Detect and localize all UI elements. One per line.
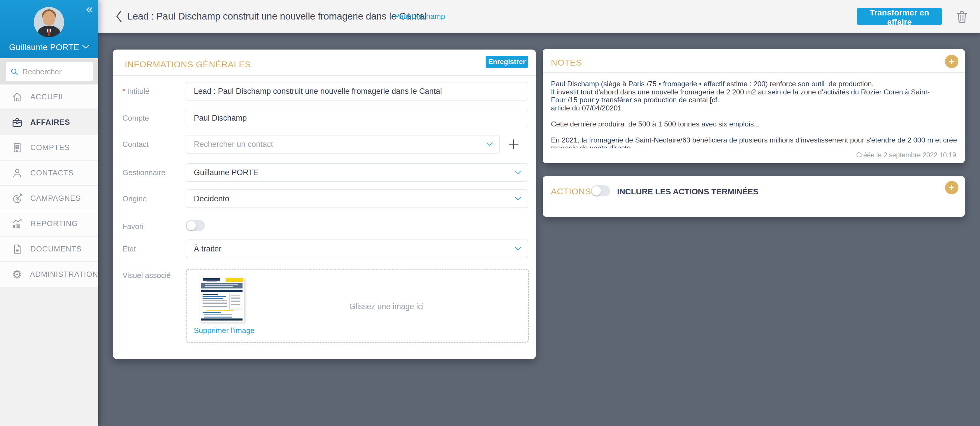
- image-dropzone[interactable]: Supprimer l'image Glissez une image ici: [186, 269, 529, 343]
- notes-card: NOTES + Paul Dischamp (siège à Paris /75…: [543, 49, 965, 163]
- toggle-knob: [186, 221, 196, 230]
- intitule-field: [186, 82, 528, 100]
- user-name: Guillaume PORTE: [9, 43, 79, 52]
- sidebar: « Guillaume PORTE ACCUEIL: [0, 0, 98, 426]
- user-menu[interactable]: Guillaume PORTE: [0, 43, 98, 52]
- favori-toggle[interactable]: [186, 220, 205, 231]
- sidebar-item-label: DOCUMENTS: [30, 245, 82, 253]
- notes-body: Paul Dischamp (siège à Paris /75 • froma…: [551, 80, 957, 148]
- field-label-origine: Origine: [123, 194, 147, 203]
- chevron-down-icon: [515, 170, 521, 175]
- collapse-sidebar-icon[interactable]: «: [85, 2, 94, 16]
- add-note-button[interactable]: +: [945, 55, 958, 68]
- chevron-down-icon: [82, 45, 89, 49]
- compte-input[interactable]: [186, 109, 528, 127]
- intitule-input[interactable]: [186, 83, 528, 100]
- sidebar-item-label: ADMINISTRATION: [30, 270, 98, 279]
- visual-thumbnail: [200, 277, 244, 322]
- origine-value: Decidento: [186, 194, 515, 203]
- chevron-down-icon: [515, 247, 521, 251]
- search-input[interactable]: [22, 67, 93, 76]
- gestionnaire-value: Guillaume PORTE: [186, 168, 515, 177]
- search-icon: [10, 68, 18, 76]
- contact-select[interactable]: Rechercher un contact: [186, 135, 500, 154]
- sidebar-item-label: ACCUEIL: [30, 92, 65, 102]
- sidebar-item-administration[interactable]: ⚙ ADMINISTRATION: [0, 262, 98, 287]
- sidebar-header: « Guillaume PORTE: [0, 0, 98, 58]
- dropzone-hint: Glissez une image ici: [245, 302, 528, 311]
- divider: [543, 206, 965, 206]
- person-icon: [12, 167, 23, 179]
- chevron-down-icon: [487, 142, 493, 146]
- notes-title: NOTES: [551, 58, 582, 68]
- include-finished-actions-label: INCLURE LES ACTIONS TERMINÉES: [617, 187, 759, 196]
- field-label-contact: Contact: [123, 140, 149, 149]
- transform-button[interactable]: Transformer en affaire: [857, 8, 942, 25]
- sidebar-item-label: CAMPAGNES: [30, 194, 81, 203]
- sidebar-item-accueil[interactable]: ACCUEIL: [0, 84, 98, 110]
- sidebar-menu: ACCUEIL AFFAIRES COMPTES CONTACTS CAMPAG…: [0, 84, 98, 287]
- divider: [113, 75, 536, 76]
- created-timestamp: Créée le 2 septembre 2022 10:19: [856, 151, 956, 159]
- sidebar-item-label: AFFAIRES: [30, 118, 70, 127]
- gear-icon: ⚙: [11, 269, 23, 280]
- actions-title: ACTIONS: [551, 186, 591, 196]
- required-marker: *: [123, 87, 125, 95]
- back-icon[interactable]: [113, 10, 125, 23]
- field-label-intitule: *Intitulé: [123, 87, 150, 96]
- compte-field: [186, 109, 528, 127]
- sidebar-item-documents[interactable]: DOCUMENTS: [0, 237, 98, 262]
- field-label-gestionnaire: Gestionnaire: [123, 168, 165, 177]
- target-icon: [12, 193, 23, 204]
- sidebar-item-campagnes[interactable]: CAMPAGNES: [0, 186, 98, 211]
- sidebar-item-label: REPORTING: [30, 219, 78, 228]
- field-label-visuel: Visuel associé: [123, 271, 171, 280]
- origine-select[interactable]: Decidento: [186, 189, 528, 208]
- account-link[interactable]: Paul Dischamp: [394, 0, 445, 33]
- avatar-tie: [48, 29, 50, 36]
- sidebar-item-reporting[interactable]: REPORTING: [0, 211, 98, 237]
- field-label-etat: État: [123, 245, 136, 253]
- toggle-knob: [592, 186, 601, 196]
- crm-app: « Guillaume PORTE ACCUEIL: [0, 0, 980, 426]
- contact-placeholder: Rechercher un contact: [186, 140, 487, 149]
- briefcase-icon: [12, 117, 23, 128]
- informations-generales-card: INFORMATIONS GÉNÉRALES Enregistrer *Inti…: [113, 49, 536, 359]
- sidebar-item-label: CONTACTS: [30, 168, 74, 178]
- card-title: INFORMATIONS GÉNÉRALES: [125, 59, 251, 69]
- include-finished-actions-toggle[interactable]: [591, 185, 610, 196]
- home-icon: [12, 92, 23, 103]
- field-label-favori: Favori: [123, 222, 143, 231]
- divider: [543, 72, 965, 73]
- sidebar-item-label: COMPTES: [30, 143, 70, 152]
- delete-image-link[interactable]: Supprimer l'image: [191, 326, 258, 335]
- page-title: Lead : Paul Dischamp construit une nouve…: [127, 0, 426, 33]
- etat-value: À traiter: [186, 245, 515, 253]
- etat-select[interactable]: À traiter: [186, 240, 528, 258]
- trash-icon[interactable]: [956, 10, 968, 24]
- save-button[interactable]: Enregistrer: [486, 56, 528, 68]
- document-icon: [12, 243, 23, 255]
- field-label-compte: Compte: [123, 114, 149, 123]
- gestionnaire-select[interactable]: Guillaume PORTE: [186, 163, 528, 182]
- add-action-button[interactable]: +: [945, 181, 958, 194]
- sidebar-item-contacts[interactable]: CONTACTS: [0, 161, 98, 186]
- avatar[interactable]: [34, 7, 64, 37]
- top-bar: Lead : Paul Dischamp construit une nouve…: [98, 0, 980, 33]
- sidebar-item-affaires[interactable]: AFFAIRES: [0, 110, 98, 135]
- search-box[interactable]: [5, 62, 93, 81]
- chart-icon: [12, 218, 23, 229]
- add-contact-icon[interactable]: [507, 138, 520, 151]
- chevron-down-icon: [515, 197, 521, 201]
- avatar-face: [43, 11, 55, 25]
- sidebar-search-area: [0, 58, 98, 84]
- building-icon: [12, 142, 23, 153]
- sidebar-item-comptes[interactable]: COMPTES: [0, 135, 98, 161]
- actions-card: ACTIONS INCLURE LES ACTIONS TERMINÉES +: [543, 176, 965, 217]
